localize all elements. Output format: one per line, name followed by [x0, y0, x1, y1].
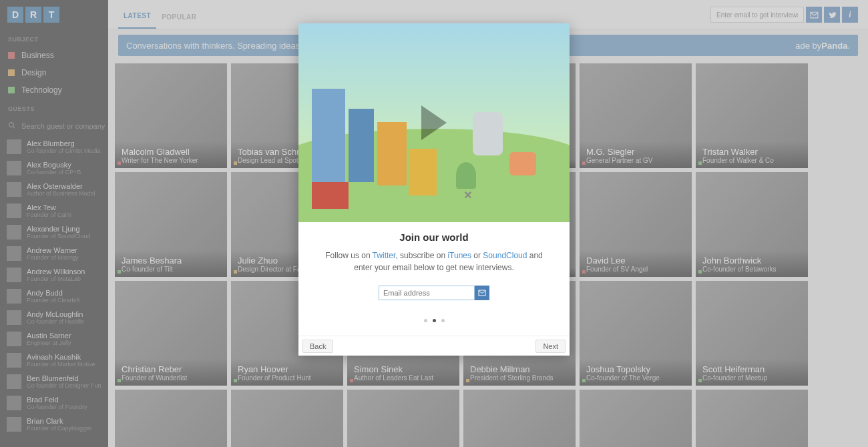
dot[interactable] [441, 319, 445, 322]
play-icon[interactable] [421, 105, 447, 140]
modal-hero-illustration[interactable]: × [298, 23, 570, 222]
modal-email-row [312, 286, 556, 300]
modal-email-submit[interactable] [475, 286, 489, 300]
back-button[interactable]: Back [302, 340, 333, 353]
dot[interactable] [424, 319, 427, 322]
modal-body: Join our world Follow us on Twitter, sub… [298, 222, 570, 336]
modal-overlay[interactable]: × Join our world Follow us on Twitter, s… [0, 0, 868, 447]
dot-active[interactable] [433, 319, 436, 322]
twitter-link[interactable]: Twitter [373, 251, 396, 260]
close-icon[interactable]: × [464, 187, 476, 199]
pagination-dots [312, 319, 556, 322]
modal-title: Join our world [312, 232, 556, 243]
itunes-link[interactable]: iTunes [447, 251, 471, 260]
next-button[interactable]: Next [535, 340, 566, 353]
soundcloud-link[interactable]: SoundCloud [483, 251, 527, 260]
onboarding-modal: × Join our world Follow us on Twitter, s… [298, 23, 570, 356]
modal-footer: Back Next [298, 336, 570, 356]
modal-email-input[interactable] [379, 286, 475, 300]
modal-description: Follow us on Twitter, subscribe on iTune… [312, 250, 556, 274]
